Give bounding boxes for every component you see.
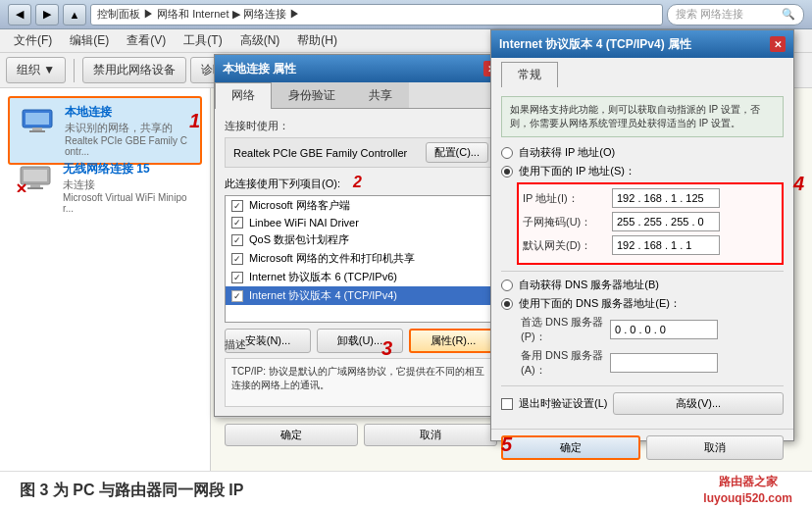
- forward-button[interactable]: ▶: [35, 4, 59, 25]
- validate-checkbox[interactable]: [501, 398, 513, 410]
- checkbox-ipv6[interactable]: [231, 272, 243, 283]
- tab-authentication[interactable]: 身份验证: [272, 82, 352, 108]
- alternate-dns-input[interactable]: [610, 353, 718, 373]
- local-connection-name: 本地连接: [65, 104, 192, 121]
- search-bar[interactable]: 搜索 网络连接 🔍: [667, 4, 804, 25]
- list-item-ms-client[interactable]: Microsoft 网络客户端: [226, 196, 496, 215]
- auto-ip-radio[interactable]: [501, 147, 513, 159]
- step-badge-5: 5: [501, 433, 512, 456]
- up-button[interactable]: ▲: [63, 4, 86, 25]
- list-item-file-print[interactable]: Microsoft 网络的文件和打印机共享: [226, 249, 496, 268]
- menu-file[interactable]: 文件(F): [6, 30, 60, 51]
- manual-dns-radio[interactable]: [501, 298, 513, 310]
- ip-address-label: IP 地址(I)：: [523, 191, 606, 206]
- alternate-dns-row: 备用 DNS 服务器(A)：: [521, 348, 784, 378]
- list-item-qos[interactable]: QoS 数据包计划程序: [226, 230, 496, 249]
- divider-2: [501, 385, 784, 386]
- tcp-dialog: Internet 协议版本 4 (TCP/IPv4) 属性 ✕ 常规 如果网络支…: [490, 29, 794, 441]
- menu-help[interactable]: 帮助(H): [289, 30, 345, 51]
- auto-dns-label: 自动获得 DNS 服务器地址(B): [519, 278, 659, 292]
- menu-tools[interactable]: 工具(T): [176, 30, 229, 51]
- caption-text: 图 3 为 PC 与路由器同一网段 IP: [20, 481, 243, 501]
- gateway-input[interactable]: [612, 235, 720, 255]
- menu-view[interactable]: 查看(V): [119, 30, 174, 51]
- list-item-ipv4[interactable]: Internet 协议版本 4 (TCP/IPv4): [226, 286, 496, 305]
- subnet-label: 子网掩码(U)：: [523, 215, 606, 229]
- wireless-connection-status: 未连接: [63, 178, 194, 192]
- props-ok-button[interactable]: 确定: [225, 424, 358, 446]
- props-cancel-button[interactable]: 取消: [364, 424, 497, 446]
- ip-address-row: IP 地址(I)：: [523, 188, 778, 208]
- svg-rect-5: [24, 170, 47, 181]
- properties-button[interactable]: 属性(R)...: [409, 329, 497, 353]
- manual-dns-label: 使用下面的 DNS 服务器地址(E)：: [519, 296, 681, 311]
- local-connection-driver: Realtek PCIe GBE Family Contr...: [65, 135, 192, 157]
- auto-dns-radio[interactable]: [501, 280, 513, 291]
- checkbox-qos[interactable]: [231, 234, 243, 246]
- validate-label: 退出时验证设置(L): [519, 396, 607, 411]
- tcp-close-button[interactable]: ✕: [770, 36, 786, 52]
- subnet-input[interactable]: [612, 212, 720, 231]
- tcp-dialog-bottom-btns: 5 确定 取消: [491, 429, 793, 466]
- manual-ip-radio[interactable]: [501, 166, 513, 178]
- svg-rect-1: [25, 113, 49, 125]
- auto-ip-label: 自动获得 IP 地址(O): [519, 145, 615, 160]
- manual-dns-row[interactable]: 使用下面的 DNS 服务器地址(E)：: [501, 296, 784, 311]
- search-icon: 🔍: [782, 8, 795, 21]
- bottom-caption: 图 3 为 PC 与路由器同一网段 IP 路由器之家 luyouqi520.co…: [0, 471, 812, 509]
- checkbox-file-print[interactable]: [231, 253, 243, 265]
- organize-button[interactable]: 组织 ▼: [6, 57, 66, 83]
- watermark-line2: luyouqi520.com: [703, 490, 792, 507]
- advanced-button[interactable]: 高级(V)...: [613, 392, 784, 415]
- left-panel: 本地连接 未识别的网络，共享的 Realtek PCIe GBE Family …: [0, 88, 211, 471]
- tcp-ok-button[interactable]: 确定: [501, 435, 640, 460]
- list-item-ipv4-label: Internet 协议版本 4 (TCP/IPv4): [249, 288, 397, 303]
- list-item-ipv6[interactable]: Internet 协议版本 6 (TCP/IPv6): [226, 268, 496, 286]
- disable-device-button[interactable]: 禁用此网络设备: [82, 57, 186, 83]
- tcp-tab-general[interactable]: 常规: [501, 62, 558, 87]
- checkbox-linbee[interactable]: [231, 217, 243, 229]
- ip-address-input[interactable]: [612, 188, 720, 208]
- watermark: 路由器之家 luyouqi520.com: [703, 474, 792, 507]
- checkbox-ms-client[interactable]: [231, 200, 243, 212]
- tcp-dialog-title: Internet 协议版本 4 (TCP/IPv4) 属性 ✕: [491, 30, 793, 58]
- configure-button[interactable]: 配置(C)...: [426, 142, 488, 163]
- manual-ip-label: 使用下面的 IP 地址(S)：: [519, 164, 635, 178]
- address-bar[interactable]: 控制面板 ▶ 网络和 Internet ▶ 网络连接 ▶: [90, 4, 663, 25]
- auto-ip-row[interactable]: 自动获得 IP 地址(O): [501, 145, 784, 160]
- tab-sharing[interactable]: 共享: [352, 82, 409, 108]
- local-connection-info: 本地连接 未识别的网络，共享的 Realtek PCIe GBE Family …: [65, 104, 192, 157]
- gateway-label: 默认网关(D)：: [523, 238, 606, 253]
- watermark-line1: 路由器之家: [703, 474, 792, 490]
- checkbox-ipv4[interactable]: [231, 290, 243, 302]
- properties-title-text: 本地连接 属性: [223, 61, 296, 77]
- auto-dns-row[interactable]: 自动获得 DNS 服务器地址(B): [501, 278, 784, 292]
- list-item-linbee[interactable]: Linbee WiFi NAI Driver: [226, 215, 496, 230]
- wireless-connection-icon: [16, 161, 55, 192]
- dns-fields: 首选 DNS 服务器(P)： 备用 DNS 服务器(A)：: [521, 315, 784, 378]
- connect-label: 连接时使用：: [225, 119, 497, 133]
- svg-rect-6: [30, 184, 40, 187]
- menu-advanced[interactable]: 高级(N): [232, 30, 288, 51]
- manual-ip-row[interactable]: 使用下面的 IP 地址(S)：: [501, 164, 784, 178]
- separator-1: [74, 59, 75, 82]
- description-box: TCP/IP: 协议是默认的广域网络协议，它提供在不同的相互连接的网络上的通讯。: [225, 358, 497, 407]
- validate-row[interactable]: 退出时验证设置(L) 高级(V)...: [501, 392, 784, 415]
- svg-rect-3: [29, 130, 45, 132]
- preferred-dns-input[interactable]: [610, 320, 718, 339]
- title-bar: ◀ ▶ ▲ 控制面板 ▶ 网络和 Internet ▶ 网络连接 ▶ 搜索 网络…: [0, 0, 812, 29]
- tcp-title-text: Internet 协议版本 4 (TCP/IPv4) 属性: [499, 36, 691, 53]
- device-row: Realtek PCIe GBE Family Controller 配置(C)…: [225, 137, 497, 168]
- list-item-file-print-label: Microsoft 网络的文件和打印机共享: [249, 251, 415, 266]
- address-text: 控制面板 ▶ 网络和 Internet ▶ 网络连接 ▶: [97, 7, 300, 22]
- tab-network[interactable]: 网络: [215, 82, 272, 109]
- tcp-tab-bar: 常规: [491, 58, 793, 86]
- title-bar-nav: ◀ ▶ ▲ 控制面板 ▶ 网络和 Internet ▶ 网络连接 ▶ 搜索 网络…: [8, 4, 804, 25]
- wireless-connection-item[interactable]: 无线网络连接 15 未连接 Microsoft Virtual WiFi Min…: [8, 155, 202, 220]
- tcp-cancel-button[interactable]: 取消: [646, 435, 784, 460]
- local-connection-icon: [18, 104, 57, 135]
- list-item-linbee-label: Linbee WiFi NAI Driver: [249, 217, 359, 229]
- menu-edit[interactable]: 编辑(E): [62, 30, 117, 51]
- wireless-connection-name: 无线网络连接 15: [63, 161, 194, 178]
- back-button[interactable]: ◀: [8, 4, 31, 25]
